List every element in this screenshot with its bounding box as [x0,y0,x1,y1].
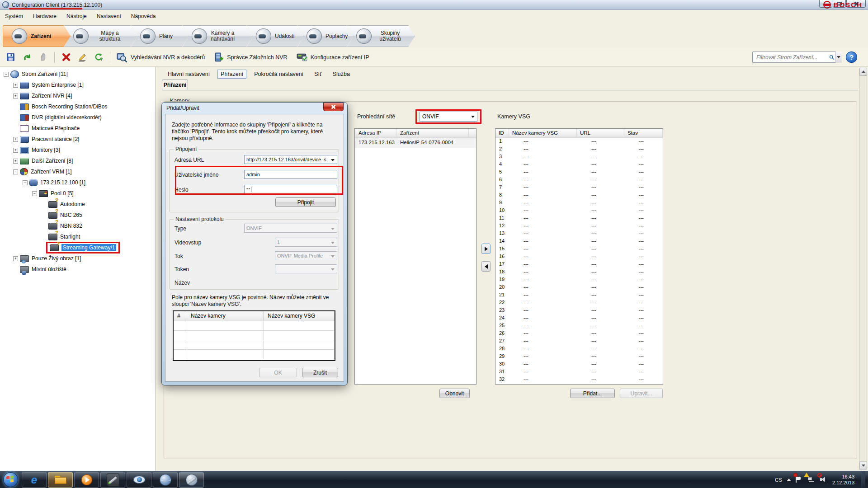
tree-item-pool-0-5[interactable]: −Pool 0 [5] [0,188,156,199]
vsg-row[interactable]: 6--------- [495,177,663,184]
taskbar-mediaplayer-button[interactable] [74,472,99,488]
vsg-row[interactable]: 12--------- [495,223,663,230]
vsg-row[interactable]: 13--------- [495,230,663,238]
filter-input[interactable] [753,54,829,61]
column-header-za-zen[interactable]: Zařízení [396,129,469,138]
tree-item-m-stn-lo-i-t[interactable]: Místní úložiště [0,264,156,275]
dialog-camera-table[interactable]: #Název kameryNázev kamery VSG [173,310,335,361]
connect-button[interactable]: Připojit [275,197,336,207]
vsg-row[interactable]: 11--------- [495,215,663,223]
tree-item-173-215-12-100-1[interactable]: −173.215.12.100 [1] [0,177,156,188]
vsg-row[interactable]: 24--------- [495,315,663,323]
vsg-row[interactable]: 21--------- [495,292,663,300]
ok-button[interactable]: OK [259,368,297,377]
ribbon-tab-za-zen[interactable]: Zařízení [3,25,71,47]
edit-button[interactable] [75,51,89,64]
vsg-cameras-table[interactable]: IDNázev kamery VSGURLStav1---------2----… [495,128,663,385]
tree-item-autodome[interactable]: Autodome [0,199,156,210]
ribbon-tab-skupiny-u-ivatel[interactable]: Skupiny uživatelů [347,25,415,47]
cancel-button[interactable]: Zrušit [302,368,338,377]
tree-item-pouze-iv-obraz-1[interactable]: +Pouze Živý obraz [1] [0,253,156,264]
menu-item-n-stroje[interactable]: Nástroje [61,11,92,21]
tree-item-za-zen-nvr-4[interactable]: +Zařízení NVR [4] [0,90,156,101]
nav-tab-p-i-azen[interactable]: Přiřazení [217,70,246,79]
ribbon-tab-poplachy[interactable]: Poplachy [297,25,354,47]
field-combo-tok[interactable]: ONVIF Media Profile [275,251,337,260]
language-indicator[interactable]: CS [775,477,782,483]
tree-expander[interactable]: + [13,148,18,153]
volume-muted-icon[interactable] [820,476,828,484]
clock[interactable]: 16:432.12.2013 [832,474,854,486]
tree-expander[interactable]: − [32,191,37,196]
dialog-close-button[interactable] [323,103,344,111]
vsg-row[interactable]: 20--------- [495,284,663,292]
dialog-table-row[interactable] [174,350,335,359]
vsg-row[interactable]: 4--------- [495,161,663,169]
tray-expand-icon[interactable] [787,479,791,481]
taskbar-sphere-app-button[interactable] [153,472,178,488]
field-combo-token[interactable] [275,264,337,273]
nvr-backup-button[interactable]: Správce Záložních NVR [212,51,292,64]
assign-right-button[interactable] [481,244,491,254]
tree-expander[interactable]: + [13,94,18,99]
taskbar-explorer-button[interactable] [48,472,73,488]
vsg-row[interactable]: 23--------- [495,307,663,315]
vsg-row[interactable]: 27--------- [495,338,663,346]
tree-item-nbn-832[interactable]: NBN 832 [0,221,156,231]
nav-tab-pokro-il-nastaven[interactable]: Pokročilá nastavení [251,70,307,79]
field-combo-type[interactable]: ONVIF [244,224,337,233]
url-combo[interactable]: http://173.215.12.163/onvif/device_s [244,155,337,164]
vsg-row[interactable]: 19--------- [495,277,663,284]
tree-item-starlight[interactable]: Starlight [0,231,156,242]
column-header-stav[interactable]: Stav [624,129,663,138]
field-combo-videovstup[interactable]: 1 [275,238,337,247]
ribbon-tab-kamery-a-nahr-v-n[interactable]: Kamery a nahrávání [183,25,253,47]
vsg-row[interactable]: 26--------- [495,330,663,338]
add-button[interactable]: Přidat... [570,389,615,398]
vsg-row[interactable]: 15--------- [495,246,663,253]
taskbar-ie-button[interactable]: e [22,472,47,488]
tree-item-strom-za-zen-11[interactable]: −Strom Zařízení [11] [0,69,156,80]
save-button[interactable] [4,51,17,64]
tree-item-dvr-digit-ln-videorekord-r[interactable]: DVR (digitální videorekordér) [0,112,156,123]
help-button[interactable]: ? [846,52,857,63]
vsg-row[interactable]: 28--------- [495,346,663,353]
vsg-row[interactable]: 16--------- [495,253,663,261]
device-tree-filter[interactable] [752,52,842,63]
vsg-row[interactable]: 14--------- [495,238,663,246]
tree-expander[interactable]: + [13,159,18,164]
vsg-row[interactable]: 31--------- [495,369,663,376]
tree-expander[interactable]: + [13,256,18,261]
vsg-row[interactable]: 17--------- [495,261,663,269]
nvr-scan-button[interactable]: Vyhledávání NVR a dekodérů [115,51,209,64]
protocol-select[interactable]: ONVIF [420,112,477,122]
network-status-icon[interactable] [808,476,816,484]
tree-item-pracovn-stanice-2[interactable]: +Pracovní stanice [2] [0,134,156,145]
ribbon-tab-mapy-a-struktura[interactable]: Mapy a struktura [64,25,137,47]
ip-config-button[interactable]: Konfigurace zařízení IP [295,51,374,64]
vsg-row[interactable]: 10--------- [495,207,663,215]
vsg-row[interactable]: 9--------- [495,200,663,207]
vsg-row[interactable]: 22--------- [495,300,663,307]
edit-button[interactable]: Upravit... [620,389,663,398]
vsg-row[interactable]: 3--------- [495,154,663,161]
taskbar-viewer-button[interactable] [127,472,151,488]
vsg-row[interactable]: 2--------- [495,146,663,154]
nav-tab-hlavn-nastaven[interactable]: Hlavní nastavení [165,70,213,79]
scrollbar-track[interactable] [859,75,867,462]
vsg-row[interactable]: 30--------- [495,361,663,369]
start-button[interactable] [3,472,18,487]
vsg-row[interactable]: 5--------- [495,169,663,177]
refresh-button[interactable]: Obnovit [439,389,470,398]
tree-item-monitory-3[interactable]: +Monitory [3] [0,145,156,155]
column-header-url[interactable]: URL [577,129,624,138]
tree-item-bosch-recording-station-dibos[interactable]: Bosch Recording Station/DiBos [0,101,156,112]
tab-prirazeni[interactable]: Přiřazení [162,80,188,90]
column-header-n-zev-kamery-vsg[interactable]: Název kamery VSG [509,129,577,138]
dialog-table-row[interactable] [174,340,335,350]
vsg-row[interactable]: 8--------- [495,192,663,200]
column-header-id[interactable]: ID [495,129,509,138]
show-desktop-button[interactable] [861,471,865,488]
discovered-devices-list[interactable]: Adresa IPZařízení173.215.12.163HeliosIP-… [354,128,476,385]
vsg-row[interactable]: 1--------- [495,138,663,146]
